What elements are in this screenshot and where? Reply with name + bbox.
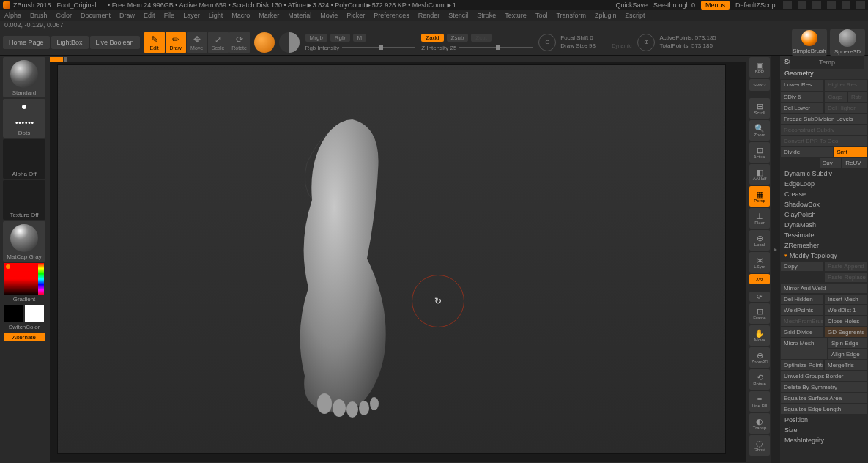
menu-light[interactable]: Light [209, 12, 223, 19]
edgeloop-section[interactable]: EdgeLoop [780, 179, 868, 189]
alternate-button[interactable]: Alternate [4, 333, 45, 341]
panel-collapse-icon[interactable]: ▸ [774, 246, 777, 253]
menu-transform[interactable]: Transform [556, 12, 586, 19]
rotate-mode-button[interactable]: ⟳Rotate [229, 32, 250, 53]
paste-replace-button[interactable]: Paste Replace [824, 272, 868, 283]
menu-picker[interactable]: Picker [346, 12, 365, 19]
merge-tris-button[interactable]: MergeTris [824, 360, 868, 371]
menu-brush[interactable]: Brush [30, 12, 48, 19]
xyz-button[interactable]: Xyz [749, 274, 770, 284]
smt-button[interactable]: Smt [834, 147, 869, 158]
zoom3d-button[interactable]: ⊕Zoom3D [749, 347, 770, 368]
menu-stroke[interactable]: Stroke [477, 12, 496, 19]
menu-document[interactable]: Document [81, 12, 111, 19]
actual-button[interactable]: ⊡Actual [749, 142, 770, 163]
optimize-points-button[interactable]: Optimize Points [780, 360, 824, 371]
menu-edit[interactable]: Edit [144, 12, 155, 19]
menu-zplugin[interactable]: Zplugin [595, 12, 617, 19]
alpha-selector[interactable]: Alpha Off [3, 139, 45, 179]
convert-bpr-button[interactable]: Convert BPR To Geo [780, 136, 868, 147]
menu-preferences[interactable]: Preferences [374, 12, 409, 19]
sphere3d-tool[interactable]: Sphere3D [830, 29, 865, 56]
menu-render[interactable]: Render [418, 12, 440, 19]
default-zscript[interactable]: DefaultZScript [735, 1, 777, 9]
dynamic-subdiv-section[interactable]: Dynamic Subdiv [780, 168, 868, 179]
weld-points-button[interactable]: WeldPoints [780, 305, 824, 316]
m-button[interactable]: M [353, 34, 367, 42]
zadd-button[interactable]: Zadd [421, 34, 443, 42]
lsym-button[interactable]: ⋈LSym [749, 252, 770, 273]
move-mode-button[interactable]: ✥Move [187, 32, 207, 53]
header-icon-4[interactable] [827, 1, 836, 9]
spix-slider[interactable]: SPix 3 [749, 79, 770, 91]
position-section[interactable]: Position [780, 415, 868, 425]
menu-zscript[interactable]: Zscript [626, 12, 645, 19]
zremesher-section[interactable]: ZRemesher [780, 240, 868, 251]
aahalf-button[interactable]: ◧AAHalf [749, 164, 770, 185]
zoom-button[interactable]: 🔍Zoom [749, 120, 770, 141]
header-icon-5[interactable] [842, 1, 850, 9]
home-page-button[interactable]: Home Page [3, 36, 50, 49]
micro-mesh-button[interactable]: Micro Mesh [780, 338, 828, 360]
transp-button[interactable]: ◐Transp [749, 413, 770, 434]
texture-selector[interactable]: Texture Off [3, 180, 45, 220]
copy-button[interactable]: Copy [780, 261, 824, 272]
brush-selector[interactable]: Standard [3, 57, 45, 97]
cage-button[interactable]: Cage [824, 92, 847, 103]
gd-segments-slider[interactable]: GD Segments 3 [824, 327, 868, 338]
linefill-button[interactable]: ≡Line Fill [749, 391, 770, 412]
del-higher-button[interactable]: Del Higher [824, 103, 868, 114]
menu-movie[interactable]: Movie [320, 12, 338, 19]
geometry-header[interactable]: Geometry [780, 67, 868, 79]
header-icon-3[interactable] [812, 1, 821, 9]
quicksave-button[interactable]: QuickSave [615, 1, 648, 9]
mirror-weld-button[interactable]: Mirror And Weld [780, 283, 868, 294]
zcut-button[interactable]: Zcut [471, 34, 492, 42]
unweld-groups-button[interactable]: Unweld Groups Border [780, 371, 868, 382]
menu-layer[interactable]: Layer [183, 12, 200, 19]
rotate-indicator[interactable]: ⟳ [749, 292, 770, 302]
sculptris-button[interactable] [279, 32, 300, 53]
rgb-intensity-slider[interactable] [342, 47, 415, 48]
dynamic-toggle[interactable]: Dynamic [612, 43, 631, 48]
draw-size-label[interactable]: Draw Size 98 [560, 42, 596, 49]
reuv-button[interactable]: ReUV [842, 158, 868, 168]
floor-button[interactable]: ⊥Floor [749, 208, 770, 229]
grid-divide-button[interactable]: Grid Divide [780, 327, 824, 338]
menu-stencil[interactable]: Stencil [448, 12, 468, 19]
switch-color-button[interactable]: SwitchColor [9, 324, 40, 330]
menu-tool[interactable]: Tool [535, 12, 548, 19]
bpr-button[interactable]: ▣BPR [749, 57, 770, 78]
edit-mode-button[interactable]: ✎Edit [144, 32, 165, 53]
mrgb-button[interactable]: Mrgb [305, 34, 327, 42]
delete-symmetry-button[interactable]: Delete By Symmetry [780, 382, 868, 393]
focal-shift-label[interactable]: Focal Shift 0 [560, 34, 631, 42]
weld-dist-slider[interactable]: WeldDist 1 [824, 305, 868, 316]
paste-append-button[interactable]: Paste Append [824, 261, 868, 272]
equalize-surface-button[interactable]: Equalize Surface Area [780, 393, 868, 404]
main-color-swatch[interactable] [4, 305, 23, 322]
modify-topology-section[interactable]: ▾Modify Topology [780, 251, 868, 261]
material-selector[interactable]: MatCap Gray [3, 221, 45, 262]
spin-edge-button[interactable]: Spin Edge [828, 338, 868, 349]
lightbox-button[interactable]: LightBox [51, 36, 89, 49]
stroke-selector[interactable]: Dots [3, 99, 45, 138]
header-icon-1[interactable] [783, 1, 792, 9]
menu-alpha[interactable]: Alpha [4, 12, 21, 19]
menus-button[interactable]: Menus [701, 1, 730, 10]
history-bar[interactable] [50, 57, 746, 62]
shadowbox-section[interactable]: ShadowBox [780, 199, 868, 210]
header-icon-2[interactable] [798, 1, 806, 9]
insert-mesh-button[interactable]: Insert Mesh [824, 294, 868, 305]
local-button[interactable]: ⊕Local [749, 230, 770, 251]
zsub-button[interactable]: Zsub [447, 34, 469, 42]
color-picker[interactable]: Gradient [3, 263, 45, 303]
draw-mode-button[interactable]: ✏Draw [166, 32, 186, 53]
menu-texture[interactable]: Texture [505, 12, 527, 19]
claypolish-section[interactable]: ClayPolish [780, 210, 868, 220]
sdiv-slider[interactable]: SDiv 6 [780, 92, 824, 103]
secondary-color-swatch[interactable] [25, 305, 44, 322]
freeze-subd-button[interactable]: Freeze SubDivision Levels [780, 114, 868, 125]
menu-material[interactable]: Material [288, 12, 311, 19]
del-lower-button[interactable]: Del Lower [780, 103, 824, 114]
